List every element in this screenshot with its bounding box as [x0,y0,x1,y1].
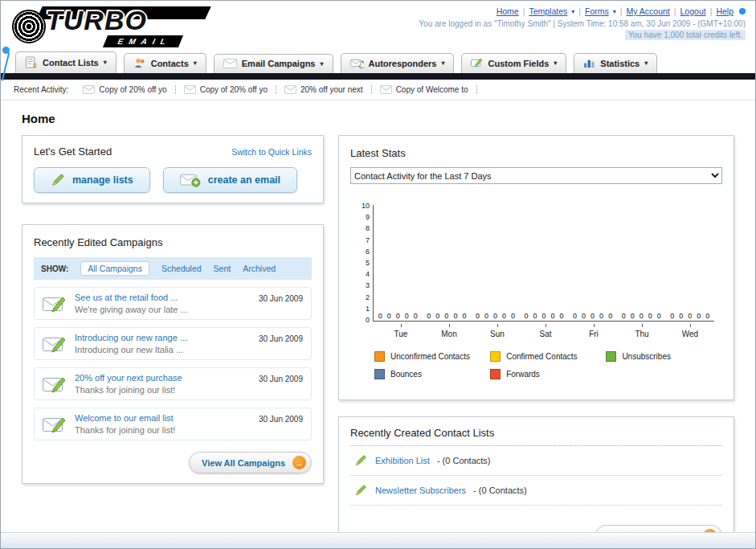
recent-activity-item[interactable]: Copy of 20% off yo [176,85,276,94]
tab-label: Custom Fields [488,59,549,68]
chart-value: 0 [378,312,382,320]
login-info: You are logged in as "Timothy Smith" | S… [419,19,746,28]
y-tick-label: 3 [366,282,370,289]
filter-tab-scheduled[interactable]: Scheduled [161,264,202,273]
chart-day-group: 00000 [520,205,569,321]
chart-value: 0 [640,312,644,320]
chart-x-label: Fri [570,324,618,338]
campaign-title-link[interactable]: See us at the retail food ... [75,293,251,302]
recent-campaigns-panel: Recently Edited Campaigns SHOW: All Camp… [22,224,324,484]
separator: | [578,6,581,16]
chart-value-labels: 00000 [670,312,709,321]
link-forms[interactable]: Forms [585,6,609,16]
contact-list-item[interactable]: Newsletter Subscribers - (0 Contacts) [350,476,722,506]
contact-list-count: - (0 Contacts) [473,485,527,495]
show-label: SHOW: [41,264,68,273]
recent-activity-label: Recent Activity: [14,85,68,94]
chart-value: 0 [405,312,409,320]
chevron-down-icon: ▾ [104,59,107,66]
campaign-subtitle: We're giving away our late ... [75,305,251,314]
legend-item: Unsubscribes [606,351,721,362]
campaign-title-link[interactable]: Welcome to our email list [75,413,251,423]
view-all-campaigns-button[interactable]: View All Campaigns → [189,452,312,473]
chevron-down-icon: ▾ [441,59,444,67]
pencil-icon [51,173,65,187]
campaign-title-link[interactable]: 20% off your next purchase [75,373,251,383]
envelope-plus-icon [180,174,201,187]
link-home[interactable]: Home [497,6,519,16]
tab-custom-fields[interactable]: Custom Fields ▾ [461,53,566,73]
envelope-pencil-icon [43,415,67,434]
legend-swatch [606,351,616,362]
create-email-label: create an email [208,174,280,186]
tab-email-campaigns[interactable]: Email Campaigns ▾ [214,54,333,73]
footer-bar [1,532,755,548]
link-templates[interactable]: Templates [529,6,567,16]
chart-y-axis: 109876543210 [357,203,373,324]
campaign-subtitle: Introducing our new Italia ... [75,345,251,354]
recent-activity-item[interactable]: Copy of Welcome to [372,85,477,94]
filter-tab-archived[interactable]: Archived [243,264,276,273]
tab-contacts[interactable]: Contacts ▾ [124,53,206,73]
chart-value: 0 [502,312,506,320]
chart-value: 0 [511,312,515,320]
campaign-row[interactable]: Introducing our new range ... Introducin… [34,327,312,360]
contact-lists-icon [25,56,38,68]
tab-label: Email Campaigns [242,59,316,68]
link-help[interactable]: Help [716,6,734,16]
campaign-row[interactable]: See us at the retail food ... We're givi… [34,287,312,320]
chevron-down-icon: ▾ [613,8,616,15]
chart-value: 0 [444,312,448,320]
stats-range-select[interactable]: Contact Activity for the Last 7 Days [350,167,722,184]
tab-autoresponders[interactable]: Autoresponders ▾ [341,53,455,73]
chevron-down-icon: ▾ [571,8,574,15]
credits-remaining: You have 1,000 total credits left. [625,30,746,40]
chart-value: 0 [414,312,418,320]
contact-list-name-link[interactable]: Exhibition List [375,456,430,465]
app-logo: TURBO EMAIL [10,5,227,49]
activity-text: Copy of 20% off yo [99,85,166,94]
chevron-down-icon: ▾ [644,59,648,67]
tab-label: Statistics [600,59,640,68]
chart-legend: Unconfirmed ContactsConfirmed ContactsUn… [374,351,722,387]
legend-swatch [374,369,385,379]
contact-activity-chart: 109876543210 000000000000000000000000000… [357,205,714,324]
chart-value-labels: 00000 [573,312,612,321]
chart-x-labels: TueMonSunSatFriThuWed [377,324,714,338]
recent-activity-item[interactable]: Copy of 20% off yo [75,85,175,94]
contact-list-count: - (0 Contacts) [437,456,491,465]
recent-activity-item[interactable]: 20% off your next [276,85,372,94]
autoresponders-icon [350,58,364,68]
switch-quick-links-link[interactable]: Switch to Quick Links [231,147,312,157]
filter-tab-all-campaigns[interactable]: All Campaigns [80,261,149,276]
separator: | [674,6,676,16]
filter-tab-sent[interactable]: Sent [214,264,231,273]
link-my-account[interactable]: My Account [627,6,670,16]
logo-subtitle: EMAIL [103,35,183,47]
get-started-panel: Let's Get Started Switch to Quick Links … [22,135,324,203]
chevron-down-icon: ▾ [320,60,323,68]
campaign-title-link[interactable]: Introducing our new range ... [75,333,251,342]
tab-contact-lists[interactable]: Contact Lists ▾ [15,51,116,73]
link-logout[interactable]: Logout [680,6,706,16]
chart-value: 0 [484,312,488,320]
manage-lists-label: manage lists [72,174,133,186]
legend-label: Bounces [390,370,422,379]
envelope-icon [184,85,196,94]
contact-list-item[interactable]: Exhibition List - (0 Contacts) [350,446,722,476]
statistics-icon [583,58,595,68]
custom-fields-icon [471,58,483,68]
manage-lists-button[interactable]: manage lists [34,167,150,193]
contacts-icon [133,58,146,68]
chart-value: 0 [476,312,480,320]
envelope-icon [380,85,392,94]
campaign-row[interactable]: 20% off your next purchase Thanks for jo… [34,367,312,400]
campaign-row[interactable]: Welcome to our email list Thanks for joi… [34,408,312,440]
email-campaigns-icon [223,59,237,68]
tab-statistics[interactable]: Statistics ▾ [574,53,657,73]
chart-value: 0 [631,312,635,320]
page-title: Home [22,112,734,125]
contact-list-name-link[interactable]: Newsletter Subscribers [375,485,466,495]
create-email-button[interactable]: create an email [163,167,297,193]
y-tick-label: 2 [366,294,370,301]
